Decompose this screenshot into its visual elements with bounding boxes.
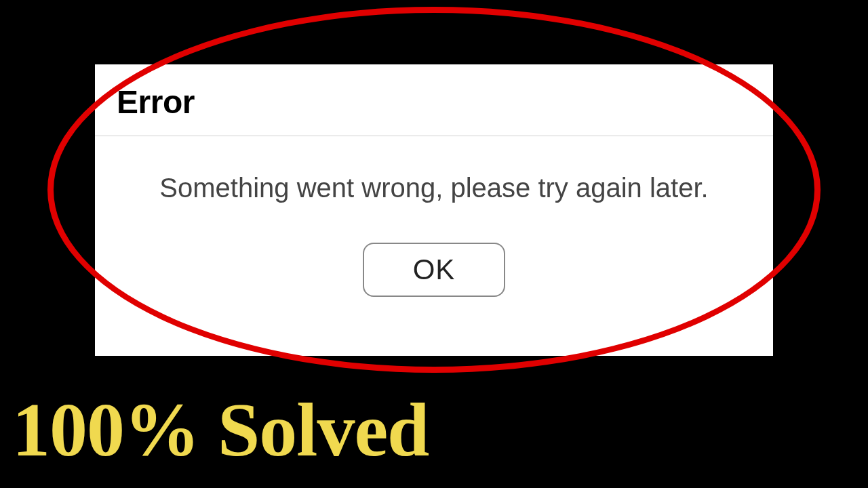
dialog-title: Error bbox=[117, 83, 751, 121]
solved-caption: 100% Solved bbox=[12, 392, 429, 468]
dialog-header: Error bbox=[95, 64, 773, 136]
dialog-message: Something went wrong, please try again l… bbox=[159, 170, 708, 205]
ok-button[interactable]: OK bbox=[363, 243, 506, 297]
dialog-body: Something went wrong, please try again l… bbox=[95, 136, 773, 356]
error-dialog: Error Something went wrong, please try a… bbox=[95, 64, 773, 356]
